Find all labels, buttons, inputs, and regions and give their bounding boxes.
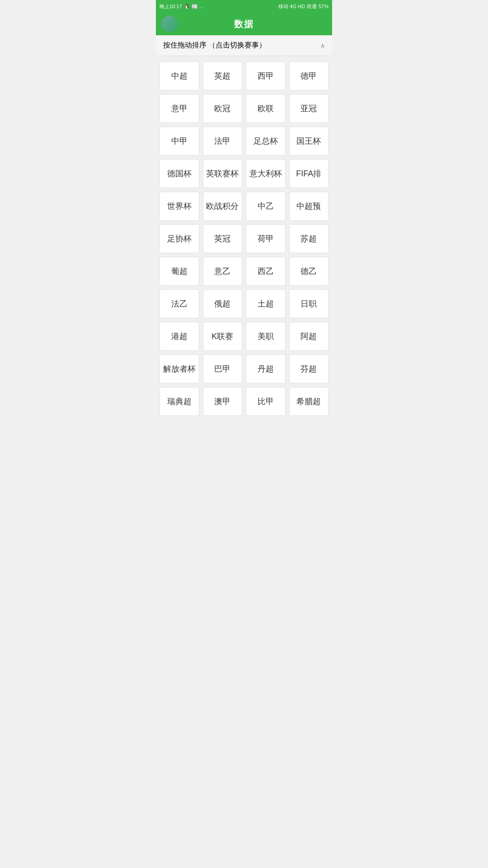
league-item[interactable]: 土超 — [246, 289, 286, 318]
league-item[interactable]: 欧战积分 — [203, 192, 243, 221]
league-item[interactable]: 足协杯 — [160, 224, 199, 253]
status-time: 晚上10:17 — [160, 3, 182, 10]
league-item[interactable]: 欧冠 — [203, 94, 243, 123]
league-item[interactable]: 英联赛杯 — [203, 159, 243, 188]
league-item[interactable]: 中超 — [160, 61, 199, 90]
leagues-grid: 中超英超西甲德甲意甲欧冠欧联亚冠中甲法甲足总杯国王杯德国杯英联赛杯意大利杯FIF… — [160, 61, 328, 416]
league-item[interactable]: 英超 — [203, 61, 243, 90]
league-item[interactable]: 中甲 — [160, 127, 199, 156]
avatar-image — [161, 16, 178, 32]
league-item[interactable]: 国王杯 — [289, 127, 329, 156]
status-bar: 晚上10:17 🐧 📰 ... 移动 4G HD 联通 57% — [156, 0, 332, 13]
league-item[interactable]: 中乙 — [246, 192, 286, 221]
league-item[interactable]: 日职 — [289, 289, 329, 318]
league-item[interactable]: 德甲 — [289, 61, 329, 90]
league-item[interactable]: 巴甲 — [203, 354, 243, 383]
chevron-up-icon[interactable]: ∧ — [320, 42, 325, 49]
league-item[interactable]: 丹超 — [246, 354, 286, 383]
league-item[interactable]: 英冠 — [203, 224, 243, 253]
section-main-text: 按住拖动排序 — [163, 41, 206, 49]
league-item[interactable]: 德乙 — [289, 257, 329, 286]
avatar[interactable] — [161, 16, 178, 32]
league-item[interactable]: K联赛 — [203, 322, 243, 351]
league-item[interactable]: 俄超 — [203, 289, 243, 318]
battery-info: 57% — [319, 4, 328, 9]
league-item[interactable]: 港超 — [160, 322, 199, 351]
section-header[interactable]: 按住拖动排序 （点击切换赛事） ∧ — [156, 35, 332, 56]
league-item[interactable]: 法乙 — [160, 289, 199, 318]
league-item[interactable]: 意乙 — [203, 257, 243, 286]
carrier-info: 联通 — [307, 3, 317, 10]
league-item[interactable]: 美职 — [246, 322, 286, 351]
leagues-grid-container: 中超英超西甲德甲意甲欧冠欧联亚冠中甲法甲足总杯国王杯德国杯英联赛杯意大利杯FIF… — [156, 56, 332, 421]
league-item[interactable]: 苏超 — [289, 224, 329, 253]
league-item[interactable]: 西乙 — [246, 257, 286, 286]
league-item[interactable]: 中超预 — [289, 192, 329, 221]
section-label: 按住拖动排序 （点击切换赛事） — [163, 41, 266, 50]
league-item[interactable]: 瑞典超 — [160, 387, 199, 416]
status-right: 移动 4G HD 联通 57% — [278, 3, 328, 10]
status-icons: 🐧 📰 ... — [184, 4, 203, 9]
app-header: 数据 — [156, 13, 332, 35]
league-item[interactable]: 希腊超 — [289, 387, 329, 416]
header-title: 数据 — [234, 18, 254, 30]
section-hint-text: （点击切换赛事） — [208, 41, 266, 49]
league-item[interactable]: 意甲 — [160, 94, 199, 123]
league-item[interactable]: 西甲 — [246, 61, 286, 90]
network-info: 移动 4G HD — [278, 3, 305, 10]
status-left: 晚上10:17 🐧 📰 ... — [160, 3, 203, 10]
league-item[interactable]: 解放者杯 — [160, 354, 199, 383]
league-item[interactable]: 法甲 — [203, 127, 243, 156]
league-item[interactable]: 澳甲 — [203, 387, 243, 416]
league-item[interactable]: 德国杯 — [160, 159, 199, 188]
league-item[interactable]: FIFA排 — [289, 159, 329, 188]
league-item[interactable]: 欧联 — [246, 94, 286, 123]
league-item[interactable]: 荷甲 — [246, 224, 286, 253]
league-item[interactable]: 葡超 — [160, 257, 199, 286]
league-item[interactable]: 世界杯 — [160, 192, 199, 221]
league-item[interactable]: 亚冠 — [289, 94, 329, 123]
league-item[interactable]: 芬超 — [289, 354, 329, 383]
league-item[interactable]: 比甲 — [246, 387, 286, 416]
league-item[interactable]: 足总杯 — [246, 127, 286, 156]
league-item[interactable]: 意大利杯 — [246, 159, 286, 188]
league-item[interactable]: 阿超 — [289, 322, 329, 351]
